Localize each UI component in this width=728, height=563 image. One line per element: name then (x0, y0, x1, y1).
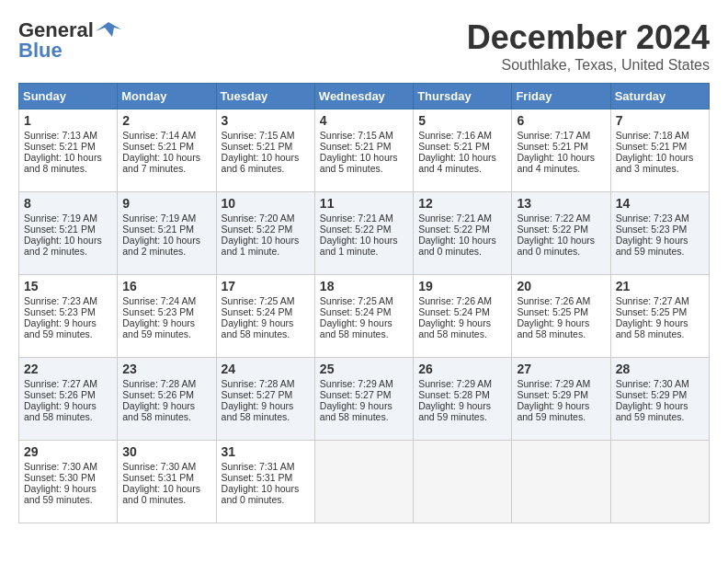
daylight-text: Daylight: 9 hours and 58 minutes. (222, 400, 294, 422)
calendar-cell: 20 Sunrise: 7:26 AM Sunset: 5:25 PM Dayl… (512, 275, 610, 358)
calendar-cell: 25 Sunrise: 7:29 AM Sunset: 5:27 PM Dayl… (314, 358, 413, 441)
calendar-cell: 5 Sunrise: 7:16 AM Sunset: 5:21 PM Dayli… (414, 109, 512, 192)
daylight-text: Daylight: 10 hours and 2 minutes. (24, 235, 102, 257)
day-number: 2 (122, 113, 210, 128)
day-number: 29 (24, 444, 112, 459)
day-number: 3 (222, 113, 310, 128)
sunset-text: Sunset: 5:22 PM (418, 224, 490, 235)
sunrise-text: Sunrise: 7:28 AM (122, 378, 196, 389)
sunrise-text: Sunrise: 7:27 AM (616, 295, 689, 306)
sunset-text: Sunset: 5:26 PM (24, 389, 96, 400)
day-number: 17 (222, 279, 310, 293)
page-header: General Blue December 2024 Southlake, Te… (18, 18, 710, 74)
day-number: 5 (418, 113, 506, 128)
calendar-cell: 10 Sunrise: 7:20 AM Sunset: 5:22 PM Dayl… (216, 192, 314, 275)
daylight-text: Daylight: 9 hours and 58 minutes. (320, 400, 392, 422)
calendar-cell: 8 Sunrise: 7:19 AM Sunset: 5:21 PM Dayli… (19, 192, 118, 275)
sunset-text: Sunset: 5:22 PM (517, 224, 588, 235)
title-block: December 2024 Southlake, Texas, United S… (467, 18, 710, 74)
day-number: 19 (418, 279, 506, 293)
header-row: Sunday Monday Tuesday Wednesday Thursday… (19, 84, 710, 109)
logo-blue-text: Blue (18, 39, 63, 63)
day-number: 7 (616, 113, 704, 128)
daylight-text: Daylight: 9 hours and 58 minutes. (616, 317, 688, 339)
calendar-cell: 4 Sunrise: 7:15 AM Sunset: 5:21 PM Dayli… (314, 109, 413, 192)
logo-bird-icon (96, 20, 121, 40)
calendar-cell: 1 Sunrise: 7:13 AM Sunset: 5:21 PM Dayli… (19, 109, 118, 192)
calendar-cell (512, 441, 610, 523)
sunrise-text: Sunrise: 7:31 AM (222, 461, 295, 472)
sunrise-text: Sunrise: 7:27 AM (24, 378, 97, 389)
calendar-cell: 13 Sunrise: 7:22 AM Sunset: 5:22 PM Dayl… (512, 192, 610, 275)
day-number: 18 (320, 279, 408, 293)
calendar-cell: 22 Sunrise: 7:27 AM Sunset: 5:26 PM Dayl… (19, 358, 118, 441)
sunset-text: Sunset: 5:24 PM (418, 306, 490, 317)
sunset-text: Sunset: 5:23 PM (24, 306, 96, 317)
daylight-text: Daylight: 10 hours and 0 minutes. (122, 483, 200, 505)
daylight-text: Daylight: 10 hours and 1 minute. (320, 235, 398, 257)
daylight-text: Daylight: 9 hours and 58 minutes. (517, 317, 589, 339)
daylight-text: Daylight: 10 hours and 2 minutes. (122, 235, 200, 257)
day-number: 4 (320, 113, 408, 128)
sunset-text: Sunset: 5:29 PM (616, 389, 688, 400)
calendar-table: Sunday Monday Tuesday Wednesday Thursday… (18, 83, 710, 523)
daylight-text: Daylight: 10 hours and 1 minute. (222, 235, 300, 257)
sunrise-text: Sunrise: 7:29 AM (418, 378, 492, 389)
sunrise-text: Sunrise: 7:14 AM (122, 130, 196, 141)
daylight-text: Daylight: 9 hours and 59 minutes. (418, 400, 491, 422)
sunrise-text: Sunrise: 7:13 AM (24, 130, 97, 141)
daylight-text: Daylight: 10 hours and 0 minutes. (418, 235, 496, 257)
calendar-cell: 31 Sunrise: 7:31 AM Sunset: 5:31 PM Dayl… (216, 441, 314, 523)
sunset-text: Sunset: 5:21 PM (320, 141, 392, 152)
calendar-cell: 26 Sunrise: 7:29 AM Sunset: 5:28 PM Dayl… (414, 358, 512, 441)
sunrise-text: Sunrise: 7:21 AM (418, 213, 492, 224)
calendar-week-row: 29 Sunrise: 7:30 AM Sunset: 5:30 PM Dayl… (19, 441, 710, 523)
sunrise-text: Sunrise: 7:30 AM (616, 378, 689, 389)
daylight-text: Daylight: 10 hours and 0 minutes. (517, 235, 595, 257)
sunrise-text: Sunrise: 7:29 AM (320, 378, 393, 389)
calendar-cell (414, 441, 512, 523)
calendar-cell (314, 441, 413, 523)
col-tuesday: Tuesday (216, 84, 314, 109)
calendar-cell: 16 Sunrise: 7:24 AM Sunset: 5:23 PM Dayl… (118, 275, 216, 358)
day-number: 22 (24, 362, 112, 376)
daylight-text: Daylight: 9 hours and 58 minutes. (222, 317, 294, 339)
sunset-text: Sunset: 5:29 PM (517, 389, 588, 400)
calendar-cell: 21 Sunrise: 7:27 AM Sunset: 5:25 PM Dayl… (610, 275, 709, 358)
calendar-cell: 29 Sunrise: 7:30 AM Sunset: 5:30 PM Dayl… (19, 441, 118, 523)
day-number: 23 (122, 362, 210, 376)
daylight-text: Daylight: 9 hours and 58 minutes. (24, 400, 97, 422)
sunset-text: Sunset: 5:27 PM (320, 389, 392, 400)
daylight-text: Daylight: 10 hours and 3 minutes. (616, 152, 694, 174)
day-number: 14 (616, 196, 704, 211)
calendar-week-row: 15 Sunrise: 7:23 AM Sunset: 5:23 PM Dayl… (19, 275, 710, 358)
day-number: 21 (616, 279, 704, 293)
svg-marker-0 (96, 22, 121, 37)
sunset-text: Sunset: 5:23 PM (122, 306, 194, 317)
day-number: 20 (517, 279, 605, 293)
sunset-text: Sunset: 5:30 PM (24, 472, 96, 483)
daylight-text: Daylight: 9 hours and 59 minutes. (24, 483, 97, 505)
sunset-text: Sunset: 5:23 PM (616, 224, 688, 235)
day-number: 24 (222, 362, 310, 376)
daylight-text: Daylight: 10 hours and 7 minutes. (122, 152, 200, 174)
sunrise-text: Sunrise: 7:15 AM (222, 130, 295, 141)
calendar-cell: 24 Sunrise: 7:28 AM Sunset: 5:27 PM Dayl… (216, 358, 314, 441)
daylight-text: Daylight: 10 hours and 0 minutes. (222, 483, 300, 505)
day-number: 30 (122, 444, 210, 459)
calendar-cell (610, 441, 709, 523)
sunrise-text: Sunrise: 7:30 AM (24, 461, 97, 472)
day-number: 28 (616, 362, 704, 376)
sunrise-text: Sunrise: 7:18 AM (616, 130, 689, 141)
sunrise-text: Sunrise: 7:26 AM (517, 295, 590, 306)
calendar-week-row: 8 Sunrise: 7:19 AM Sunset: 5:21 PM Dayli… (19, 192, 710, 275)
sunset-text: Sunset: 5:22 PM (320, 224, 392, 235)
calendar-cell: 6 Sunrise: 7:17 AM Sunset: 5:21 PM Dayli… (512, 109, 610, 192)
calendar-cell: 9 Sunrise: 7:19 AM Sunset: 5:21 PM Dayli… (118, 192, 216, 275)
daylight-text: Daylight: 10 hours and 6 minutes. (222, 152, 300, 174)
sunset-text: Sunset: 5:26 PM (122, 389, 194, 400)
day-number: 26 (418, 362, 506, 376)
col-wednesday: Wednesday (314, 84, 413, 109)
day-number: 8 (24, 196, 112, 211)
day-number: 12 (418, 196, 506, 211)
